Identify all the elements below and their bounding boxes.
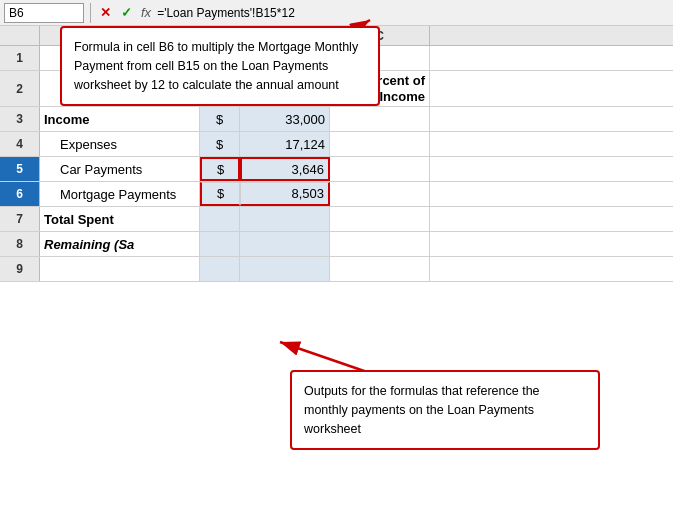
row-header-8: 8	[0, 232, 40, 256]
table-row: 8 Remaining (Sa	[0, 232, 673, 257]
cell-a8[interactable]: Remaining (Sa	[40, 232, 200, 256]
fx-label: fx	[141, 5, 151, 20]
cell-b8[interactable]	[200, 232, 240, 256]
row-header-9: 9	[0, 257, 40, 281]
cell-b9[interactable]	[200, 257, 240, 281]
cell-c7[interactable]	[330, 207, 430, 231]
cell-b7[interactable]	[200, 207, 240, 231]
corner-cell	[0, 26, 40, 45]
cell-a4[interactable]: Expenses	[40, 132, 200, 156]
divider	[90, 3, 91, 23]
cell-b3-val[interactable]: 33,000	[240, 107, 330, 131]
formula-input[interactable]	[157, 3, 669, 23]
formula-bar: B6 ✕ ✓ fx	[0, 0, 673, 26]
cell-a3[interactable]: Income	[40, 107, 200, 131]
row-header-4: 4	[0, 132, 40, 156]
cell-b4[interactable]: $	[200, 132, 240, 156]
cell-a5[interactable]: Car Payments	[40, 157, 200, 181]
row-header-1: 1	[0, 46, 40, 70]
cell-c3[interactable]	[330, 107, 430, 131]
formula-callout: Formula in cell B6 to multiply the Mortg…	[60, 26, 380, 106]
output-callout: Outputs for the formulas that reference …	[290, 370, 600, 450]
cell-b3[interactable]: $	[200, 107, 240, 131]
cell-b5[interactable]: $	[200, 157, 240, 181]
row-header-5: 5	[0, 157, 40, 181]
cell-a6[interactable]: Mortgage Payments	[40, 182, 200, 206]
table-row: 7 Total Spent	[0, 207, 673, 232]
cell-b8-val[interactable]	[240, 232, 330, 256]
cell-c9[interactable]	[330, 257, 430, 281]
cell-b9-val[interactable]	[240, 257, 330, 281]
cell-c6[interactable]	[330, 182, 430, 206]
callout-top-text: Formula in cell B6 to multiply the Mortg…	[74, 40, 358, 92]
table-row: 4 Expenses $ 17,124	[0, 132, 673, 157]
cell-c8[interactable]	[330, 232, 430, 256]
row-header-2: 2	[0, 71, 40, 106]
cell-b6-val[interactable]: 8,503	[240, 182, 330, 206]
cell-c4[interactable]	[330, 132, 430, 156]
row-header-6: 6	[0, 182, 40, 206]
cell-c5[interactable]	[330, 157, 430, 181]
table-row: 9	[0, 257, 673, 282]
table-row: 5 Car Payments $ 3,646	[0, 157, 673, 182]
cell-name-box[interactable]: B6	[4, 3, 84, 23]
cell-b4-val[interactable]: 17,124	[240, 132, 330, 156]
confirm-btn[interactable]: ✓	[118, 5, 135, 20]
callout-bottom-text: Outputs for the formulas that reference …	[304, 384, 540, 436]
income-label: Income	[379, 89, 425, 105]
cancel-btn[interactable]: ✕	[97, 5, 114, 20]
cell-b5-val[interactable]: 3,646	[240, 157, 330, 181]
table-row: 6 Mortgage Payments $ 8,503	[0, 182, 673, 207]
cell-b6[interactable]: $	[200, 182, 240, 206]
cell-reference: B6	[9, 6, 24, 20]
row-header-3: 3	[0, 107, 40, 131]
row-header-7: 7	[0, 207, 40, 231]
svg-line-2	[280, 342, 370, 373]
cell-b7-val[interactable]	[240, 207, 330, 231]
cell-a9[interactable]	[40, 257, 200, 281]
table-row: 3 Income $ 33,000	[0, 107, 673, 132]
cell-a7[interactable]: Total Spent	[40, 207, 200, 231]
